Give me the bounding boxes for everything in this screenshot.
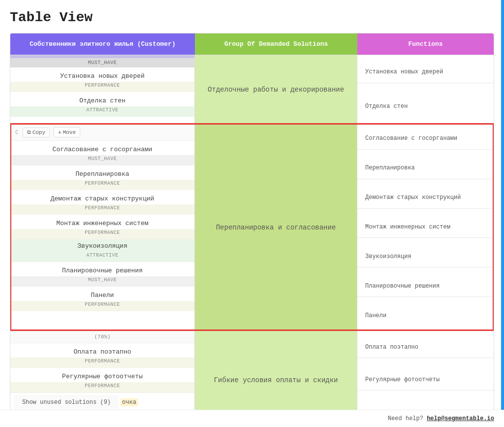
solution-otdelka: Отделка стен ATTRACTIVE xyxy=(10,92,194,117)
solution-must-have-bar: MUST_HAVE xyxy=(10,58,194,67)
col1-section1: MUST_HAVE Установка новых дверей PERFORM… xyxy=(10,55,195,124)
solution-montazh: Монтаж инженерных систем PERFORMANCE xyxy=(10,215,194,239)
function-item: Демонтаж старых конструкций xyxy=(357,187,494,209)
col3-section1: Установка новых дверей Отделка стен xyxy=(357,55,494,124)
footer: Need help? help@segmentable.io xyxy=(0,410,504,427)
function-item: Перепланировка xyxy=(357,158,494,179)
solution-fotoothety: Регулярные фотоотчеты PERFORMANCE xyxy=(10,368,194,393)
unused-highlight: очка xyxy=(121,398,138,406)
solution-demontazh: Демонтаж старых конструкций PERFORMANCE xyxy=(10,190,194,215)
solution-zvukoizolyatsiya: Звукоизоляция ATTRACTIVE xyxy=(10,239,194,262)
toolbar-row: C ⧉ Copy ✛ Move xyxy=(10,124,194,141)
blue-accent-bar xyxy=(501,0,504,427)
col1-section2: C ⧉ Copy ✛ Move Согласование с госоргана… xyxy=(10,124,195,330)
solution-paneli: Панели PERFORMANCE xyxy=(10,287,194,311)
header-col2: Group Of Demanded Solutions xyxy=(195,33,357,55)
move-button[interactable]: ✛ Move xyxy=(54,127,80,137)
copy-button[interactable]: ⧉ Copy xyxy=(23,128,50,137)
copy-icon: ⧉ xyxy=(27,130,31,135)
function-item: Планировочные решения xyxy=(357,275,494,297)
function-item: Согласование с госорганами xyxy=(357,128,494,150)
header-col1: Собственники элитного жилья (Customer) xyxy=(10,33,195,55)
show-unused-row: Show unused solutions (9) очка xyxy=(10,393,194,412)
col2-section1: Отделочные работы и декорирование xyxy=(195,55,357,124)
function-item: Регулярные фотоотчеты xyxy=(357,369,494,391)
solution-oplata: Оплата поэтапно PERFORMANCE xyxy=(10,343,194,368)
show-unused-button[interactable]: Show unused solutions (9) xyxy=(14,395,119,410)
function-item: Установка новых дверей xyxy=(357,62,494,83)
help-text: Need help? xyxy=(388,415,423,422)
help-email-link[interactable]: help@segmentable.io xyxy=(427,415,494,422)
copy-label: Copy xyxy=(32,130,45,135)
solution-planirovochnye: Планировочные решения MUST_HAVE xyxy=(10,262,194,287)
header-col3: Functions xyxy=(357,33,494,55)
solution-soglasovanie: Согласование с госорганами MUST_HAVE xyxy=(10,141,194,165)
col3-section2: Согласование с госорганами Перепланировк… xyxy=(357,124,494,330)
table-header: Собственники элитного жилья (Customer) G… xyxy=(10,33,494,55)
progress-indicator: (70%) xyxy=(10,331,194,343)
function-item: Оплата поэтапно xyxy=(357,336,494,358)
function-item: Отделка стен xyxy=(357,96,494,117)
move-icon: ✛ xyxy=(58,129,62,135)
function-item: Монтаж инженерных систем xyxy=(357,216,494,238)
table-row: MUST_HAVE Установка новых дверей PERFORM… xyxy=(10,55,494,124)
move-label: Move xyxy=(63,130,76,135)
table-view: Собственники элитного жилья (Customer) G… xyxy=(10,33,494,427)
toolbar-icon-c: C xyxy=(15,129,19,135)
solution-ustanovka: Установка новых дверей PERFORMANCE xyxy=(10,67,194,92)
unused-text: очка xyxy=(121,399,138,406)
solution-pereplanirovka: Перепланировка PERFORMANCE xyxy=(10,165,194,190)
col2-section2: Перепланировка и согласование xyxy=(195,124,357,330)
page-container: Table View Собственники элитного жилья (… xyxy=(0,0,504,427)
function-item: Звукоизоляция xyxy=(357,246,494,267)
table-row-highlighted: C ⧉ Copy ✛ Move Согласование с госоргана… xyxy=(10,124,494,330)
function-item: Панели xyxy=(357,305,494,327)
page-title: Table View xyxy=(10,10,494,25)
